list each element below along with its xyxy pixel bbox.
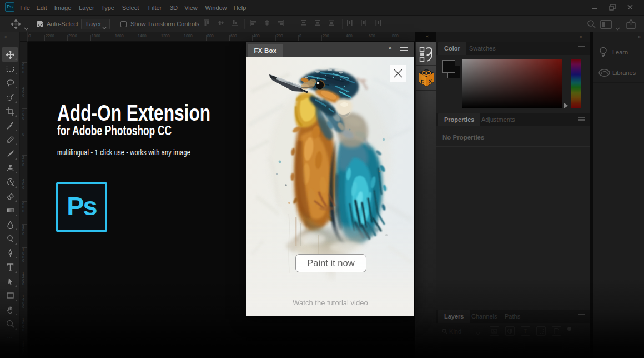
lasso-tool[interactable] [2, 76, 18, 90]
panel-dock-collapse-icon[interactable]: » [579, 34, 582, 39]
filter-adjustment-layers-icon[interactable] [505, 326, 515, 336]
distribute-left-edges-icon[interactable] [346, 19, 354, 29]
menu-view[interactable]: View [184, 0, 198, 16]
menu-help[interactable]: Help [234, 0, 246, 16]
dock-divider [416, 90, 436, 91]
properties-divider [436, 146, 590, 147]
color-panel-menu-icon[interactable] [578, 46, 585, 51]
close-button[interactable] [621, 0, 640, 14]
tab-color[interactable]: Color [438, 42, 466, 55]
type-tool[interactable] [2, 260, 18, 275]
distribute-bottom-edges-icon[interactable] [328, 19, 335, 29]
brush-tool[interactable] [2, 147, 18, 161]
blend-mode-dropdown[interactable] [441, 342, 491, 352]
distribute-vertical-centers-icon[interactable] [314, 19, 321, 29]
rectangle-tool[interactable] [2, 289, 18, 303]
crop-tool[interactable] [2, 104, 18, 118]
filter-shape-layers-icon[interactable] [536, 326, 546, 336]
layers-panel-menu-icon[interactable] [578, 314, 585, 319]
menu-select[interactable]: Select [122, 0, 139, 16]
saturation-brightness-field[interactable] [462, 59, 562, 108]
align-vertical-centers-icon[interactable] [217, 19, 225, 29]
learn-button[interactable]: Learn [593, 42, 644, 62]
layers-filter-kind[interactable]: Kind [442, 328, 461, 335]
svg-text:F: F [421, 79, 424, 85]
restore-button[interactable] [603, 0, 622, 14]
fx-close-button[interactable] [390, 65, 406, 82]
align-bottom-edges-icon[interactable] [231, 19, 239, 29]
marquee-tool[interactable] [2, 62, 18, 76]
filter-smart-objects-icon[interactable] [552, 326, 561, 336]
menu-image[interactable]: Image [54, 0, 72, 16]
foreground-color-swatch[interactable] [442, 60, 455, 73]
properties-panel-menu-icon[interactable] [578, 117, 585, 122]
quick-select-tool[interactable] [2, 90, 18, 105]
menu-type[interactable]: Type [101, 0, 114, 16]
filter-type-layers-icon[interactable]: T [521, 326, 530, 336]
tool-preset-chevron-icon[interactable] [24, 23, 29, 33]
menu-edit[interactable]: Edit [37, 0, 47, 16]
auto-select-target-dropdown[interactable]: Layer [81, 19, 110, 29]
filter-pixel-layers-icon[interactable] [490, 326, 499, 336]
menu-layer[interactable]: Layer [79, 0, 94, 16]
distribute-horizontal-centers-icon[interactable] [360, 19, 368, 29]
kind-chevron-icon[interactable] [476, 330, 480, 335]
eyedropper-tool[interactable] [2, 118, 18, 133]
tab-paths[interactable]: Paths [499, 310, 526, 323]
gradient-tool[interactable] [2, 203, 18, 218]
align-horizontal-centers-icon[interactable] [263, 19, 271, 29]
steps-panel-icon[interactable] [416, 43, 436, 65]
libraries-button[interactable]: Libraries [593, 63, 644, 83]
show-transform-checkbox[interactable] [120, 21, 127, 27]
tab-swatches[interactable]: Swatches [463, 42, 502, 55]
fx-dock-collapse-icon[interactable]: « [426, 34, 429, 39]
move-tool-icon[interactable] [11, 19, 21, 31]
distribute-top-edges-icon[interactable] [300, 19, 308, 29]
opacity-dropdown[interactable] [524, 342, 563, 352]
tab-properties[interactable]: Properties [438, 113, 480, 126]
tab-adjustments[interactable]: Adjustments [475, 113, 521, 126]
svg-text:X: X [429, 78, 432, 84]
align-right-edges-icon[interactable] [277, 19, 285, 29]
zoom-tool[interactable] [2, 317, 18, 331]
ruler-label: 400 [22, 87, 24, 97]
search-icon[interactable] [587, 19, 596, 31]
learn-column-collapse-icon[interactable]: « [637, 34, 640, 39]
minimize-button[interactable] [585, 0, 604, 14]
filter-toggle-icon[interactable] [567, 327, 571, 331]
hue-slider[interactable] [571, 59, 581, 108]
menu-filter[interactable]: Filter [148, 0, 162, 16]
auto-select-checkbox[interactable] [37, 21, 43, 27]
healing-tool[interactable] [2, 132, 18, 147]
toolbar-more-icon[interactable]: ... [7, 334, 13, 339]
path-select-tool[interactable] [2, 274, 18, 289]
stamp-tool[interactable] [2, 161, 18, 175]
share-icon[interactable] [626, 19, 636, 32]
fx-box-plugin-icon[interactable]: F X [416, 66, 436, 90]
menu-window[interactable]: Window [205, 0, 227, 16]
fx-box-collapse-icon[interactable]: » [388, 46, 391, 51]
tab-channels[interactable]: Channels [465, 310, 503, 323]
distribute-right-edges-icon[interactable] [374, 19, 382, 29]
menu-file[interactable]: File [20, 0, 30, 16]
fx-box-menu-icon[interactable] [400, 47, 408, 53]
align-top-edges-icon[interactable] [203, 19, 210, 29]
pen-tool[interactable] [2, 246, 18, 260]
dodge-tool[interactable] [2, 232, 18, 246]
toolbar-collapse-icon[interactable]: » [4, 34, 7, 39]
paint-it-now-button[interactable]: Paint it now [295, 254, 366, 272]
ruler-label: 400 [346, 34, 353, 38]
eraser-tool[interactable] [2, 189, 18, 203]
blur-tool[interactable] [2, 217, 18, 232]
app-logo[interactable]: Ps [5, 2, 14, 12]
workspace-icon[interactable] [600, 20, 612, 31]
workspace-chevron-icon[interactable] [615, 23, 620, 33]
align-left-edges-icon[interactable] [249, 19, 257, 29]
menu-3d[interactable]: 3D [170, 0, 178, 16]
history-brush-tool[interactable] [2, 175, 18, 190]
fx-box-tab[interactable]: FX Box [248, 44, 283, 57]
tutorial-link[interactable]: Watch the tutorial video [246, 299, 414, 307]
fx-box-header[interactable]: FX Box » [246, 42, 414, 57]
hand-tool[interactable] [2, 302, 18, 317]
move-tool[interactable] [2, 47, 18, 62]
